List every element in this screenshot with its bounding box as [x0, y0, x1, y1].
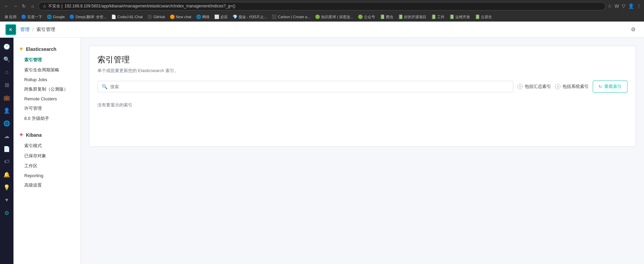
top-nav: K 管理 / 索引管理 ⚙: [0, 22, 644, 38]
network-icon: 🌐: [196, 14, 201, 19]
opensource-icon: 📗: [398, 14, 403, 19]
sidebar-tag-button[interactable]: 🏷: [1, 156, 13, 168]
search-icon: 🔍: [102, 84, 108, 89]
kibana-logo-inner: K: [6, 25, 16, 34]
sidebar-clock-button[interactable]: 🕐: [1, 40, 13, 53]
content-area: 索引管理 单个或批量更新您的 Elasticsearch 索引。 🔍 ✕ 包括汇…: [81, 38, 644, 264]
zsxq-icon: 🟢: [315, 14, 320, 19]
bookmark-zsxq[interactable]: 🟢 知识星球 | 深度连...: [313, 14, 355, 20]
toggle-rollup-group: ✕ 包括汇总索引: [517, 84, 551, 90]
nav-item-index-management[interactable]: 索引管理: [13, 55, 81, 65]
management-card: 索引管理 单个或批量更新您的 Elasticsearch 索引。 🔍 ✕ 包括汇…: [89, 46, 636, 147]
bookmark-opensource[interactable]: 📗 好的开源项目: [396, 14, 428, 20]
main-layout: 🕐 🔍 ⌂ ⊞ 💼 👤 🌐 ☁ 📄 🏷 🔔 💡 ♥ ⚙ ✦ Elasticsea…: [0, 38, 644, 264]
elasticsearch-section-header: ✦ Elasticsearch: [13, 43, 81, 55]
bookmark-baidu[interactable]: 🔵 百度一下: [19, 14, 44, 20]
reload-label: 重载索引: [604, 84, 622, 90]
url-text: 不安全 |: [48, 3, 62, 9]
nav-item-upgrade[interactable]: 8.0 升级助手: [13, 113, 81, 124]
bookmark-work[interactable]: 📗 工作: [429, 14, 447, 20]
nav-item-rollup[interactable]: Rollup Jobs: [13, 75, 81, 84]
security-icon: ⚠: [43, 4, 46, 8]
bookmark-gongzhonghao[interactable]: 🟢 公众号: [356, 14, 377, 20]
sidebar-gear-button[interactable]: ⚙: [1, 207, 13, 219]
bookmark-juejin[interactable]: 💎 掘金 - 代码不止...: [231, 14, 269, 20]
sidebar-heart-button[interactable]: ♥: [1, 194, 13, 206]
sidebar-icons: 🕐 🔍 ⌂ ⊞ 💼 👤 🌐 ☁ 📄 🏷 🔔 💡 ♥ ⚙: [0, 38, 13, 264]
elasticsearch-section: ✦ Elasticsearch 索引管理 索引生命周期策略 Rollup Job…: [13, 43, 81, 124]
bookmark-star[interactable]: ☆: [608, 3, 612, 9]
nav-item-remote-clusters[interactable]: Remote Clusters: [13, 94, 81, 103]
bookmark-pachong[interactable]: 📗 爬虫: [378, 14, 395, 20]
elasticsearch-icon: ✦: [19, 46, 23, 52]
sidebar-bulb-button[interactable]: 💡: [1, 181, 13, 193]
kibana-logo: K: [5, 24, 16, 35]
bookmark-ops[interactable]: 📗 运维开发: [447, 14, 472, 20]
bing-icon: ⬜: [214, 14, 219, 19]
top-nav-right: ⚙: [628, 24, 639, 35]
bookmark-cloudnative[interactable]: 📗 云原生: [473, 14, 494, 20]
cloudnative-icon: 📗: [475, 14, 480, 19]
toggle-rollup-switch[interactable]: ✕: [517, 84, 523, 89]
bookmark-github[interactable]: ⚫ GitHub: [145, 14, 167, 20]
bookmark-newchat[interactable]: 🟠 New chat: [168, 14, 193, 20]
newchat-icon: 🟠: [170, 14, 175, 19]
page-title: 索引管理: [97, 54, 627, 65]
nav-item-cross-cluster[interactable]: 跨集群复制（公测版）: [13, 84, 81, 94]
address-bar[interactable]: ⚠ 不安全 | 192.168.8.109:5601/app/kibana#/m…: [38, 2, 606, 10]
apps-icon: ⊞: [5, 14, 8, 19]
baidu-icon: 🔵: [21, 14, 26, 19]
toggle-system-switch[interactable]: ✕: [555, 84, 560, 89]
reload-button[interactable]: ↻: [20, 2, 28, 10]
sidebar-document-button[interactable]: 📄: [1, 143, 13, 155]
empty-state: 没有要显示的索引: [97, 99, 627, 111]
bookmark-bing[interactable]: ⬜ 必应: [212, 14, 230, 20]
nav-item-saved-objects[interactable]: 已保存对象: [13, 151, 81, 161]
search-input[interactable]: [110, 84, 509, 89]
bookmark-coda[interactable]: 📄 Coda小站-Chat: [109, 14, 145, 20]
kibana-section: ✦ Kibana 索引模式 已保存对象 工作区 Reporting 高级设置: [13, 129, 81, 190]
nav-item-advanced-settings[interactable]: 高级设置: [13, 180, 81, 190]
juejin-icon: 💎: [233, 14, 238, 19]
kibana-section-header: ✦ Kibana: [13, 129, 81, 141]
deepl-icon: 🔵: [69, 14, 74, 19]
settings-button[interactable]: ⚙: [628, 24, 639, 35]
sidebar-search-button[interactable]: 🔍: [1, 53, 13, 65]
reload-icon: ↻: [599, 84, 602, 89]
sidebar-briefcase-button[interactable]: 💼: [1, 92, 13, 104]
breadcrumb: 管理 / 索引管理: [20, 27, 55, 33]
nav-item-reporting[interactable]: Reporting: [13, 171, 81, 180]
sidebar-globe-button[interactable]: 🌐: [1, 117, 13, 129]
reload-indices-button[interactable]: ↻ 重载索引: [593, 80, 627, 93]
sidebar-home-button[interactable]: ⌂: [1, 66, 13, 78]
elasticsearch-label: Elasticsearch: [26, 46, 56, 52]
sidebar-cloud-button[interactable]: ☁: [1, 130, 13, 142]
google-icon: 🌐: [47, 14, 52, 19]
sidebar-person-button[interactable]: 👤: [1, 104, 13, 117]
ops-icon: 📗: [449, 14, 454, 19]
forward-button[interactable]: →: [11, 2, 19, 10]
bookmark-deepl[interactable]: 🔵 DeepL翻译: 全世...: [67, 14, 109, 20]
menu-icon[interactable]: ⋮: [637, 3, 641, 9]
bookmark-network[interactable]: 🌐 网络: [194, 14, 212, 20]
extension-icon[interactable]: W: [615, 3, 619, 9]
extension2-icon[interactable]: ▽: [622, 3, 625, 9]
bookmark-apps[interactable]: ⊞ 应用: [3, 14, 19, 20]
home-button[interactable]: ⌂: [29, 2, 36, 10]
sidebar-dashboard-button[interactable]: ⊞: [1, 79, 13, 91]
back-button[interactable]: ←: [3, 2, 10, 10]
toggle-system-label: 包括系统索引: [562, 84, 589, 90]
nav-buttons: ← → ↻ ⌂: [3, 2, 36, 10]
bookmark-google[interactable]: 🌐 Google: [45, 14, 67, 20]
bookmark-carbon[interactable]: ⬛ Carbon | Create a...: [270, 14, 312, 20]
nav-item-ilm[interactable]: 索引生命周期策略: [13, 65, 81, 75]
breadcrumb-parent-link[interactable]: 管理: [20, 27, 30, 33]
card-toolbar: 🔍 ✕ 包括汇总索引 ✕ 包括系统索引 ↻: [97, 80, 627, 93]
nav-item-license[interactable]: 许可管理: [13, 103, 81, 113]
avatar-icon[interactable]: 👤: [628, 3, 634, 9]
kibana-nav-icon: ✦: [19, 132, 23, 138]
github-icon: ⚫: [147, 14, 152, 19]
sidebar-badge-button[interactable]: 🔔: [1, 168, 13, 180]
nav-item-index-patterns[interactable]: 索引模式: [13, 141, 81, 151]
nav-item-workspaces[interactable]: 工作区: [13, 161, 81, 171]
